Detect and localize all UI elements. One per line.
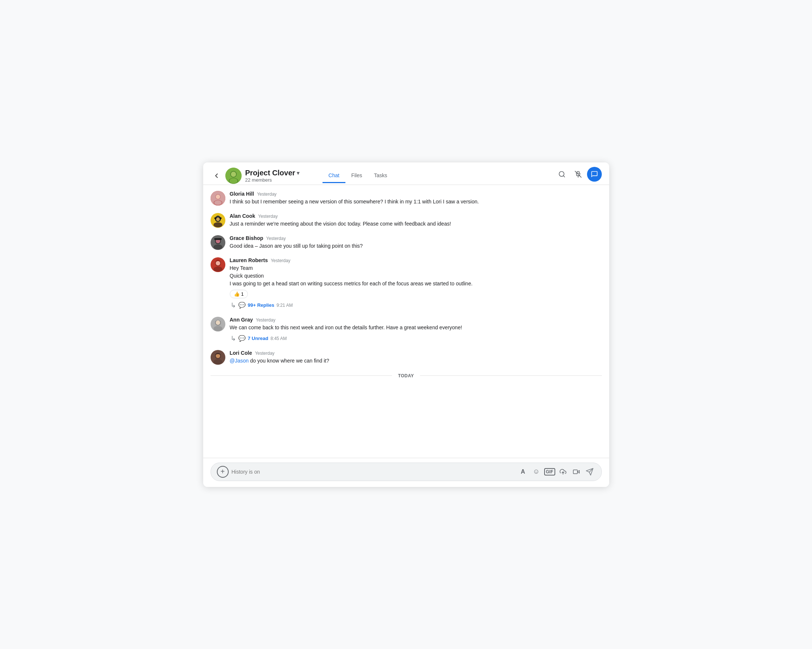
plus-icon: + xyxy=(221,468,225,476)
thread-curve-icon: ↳ xyxy=(230,301,236,309)
message-time: Yesterday xyxy=(266,236,286,241)
back-button[interactable] xyxy=(211,170,222,181)
send-button[interactable] xyxy=(584,466,595,478)
composer-box: + A ☺ GIF xyxy=(211,463,602,481)
message-author: Lori Cole xyxy=(230,350,252,356)
message-header: Gloria Hill Yesterday xyxy=(230,191,602,197)
group-name: Project Clover xyxy=(245,169,296,177)
svg-marker-38 xyxy=(577,470,579,473)
svg-point-11 xyxy=(216,195,220,199)
text-format-button[interactable]: A xyxy=(517,466,529,478)
composer-actions: A ☺ GIF xyxy=(517,466,595,478)
message-header: Grace Bishop Yesterday xyxy=(230,235,602,241)
emoji-icon: ☺ xyxy=(533,468,539,475)
message-line-3: I was going to get a head start on writi… xyxy=(230,280,602,288)
message-line-2: Quick question xyxy=(230,272,602,280)
message-content: Alan Cook Yesterday Just a reminder we'r… xyxy=(230,213,602,228)
message-author: Alan Cook xyxy=(230,213,255,219)
messages-area[interactable]: Gloria Hill Yesterday I think so but I r… xyxy=(203,185,609,458)
header-left: Project Clover ▾ 22 members Chat Files T… xyxy=(211,168,554,184)
svg-point-4 xyxy=(229,178,238,183)
reaction-thumbsup[interactable]: 👍 1 xyxy=(230,290,248,298)
thread-curve-icon: ↳ xyxy=(230,334,236,343)
svg-point-18 xyxy=(216,218,220,221)
avatar xyxy=(211,317,225,332)
thread-reply-time: 9:21 AM xyxy=(276,303,293,308)
svg-point-28 xyxy=(214,267,222,272)
tab-chat[interactable]: Chat xyxy=(322,169,345,183)
date-separator-label: TODAY xyxy=(392,373,420,378)
video-icon xyxy=(573,468,580,475)
avatar xyxy=(211,350,225,365)
table-row: Ann Gray Yesterday We can come back to t… xyxy=(211,317,602,343)
message-time: Yesterday xyxy=(255,351,275,356)
chat-button[interactable] xyxy=(587,167,602,181)
reaction-emoji: 👍 xyxy=(234,291,240,297)
message-time: Yesterday xyxy=(258,214,278,219)
tab-files[interactable]: Files xyxy=(345,169,368,183)
add-attachment-button[interactable]: + xyxy=(217,466,229,478)
mention: @Jason xyxy=(230,358,249,364)
svg-point-32 xyxy=(214,326,222,331)
thread-reply-unread[interactable]: ↳ 💬 7 Unread 8:45 AM xyxy=(230,334,602,343)
header-title-block: Project Clover ▾ 22 members xyxy=(245,169,300,183)
message-content: Ann Gray Yesterday We can come back to t… xyxy=(230,317,602,343)
app-window: Project Clover ▾ 22 members Chat Files T… xyxy=(203,162,609,487)
unpin-button[interactable] xyxy=(571,167,586,181)
table-row: Gloria Hill Yesterday I think so but I r… xyxy=(211,191,602,206)
message-text: @Jason do you know where we can find it? xyxy=(230,357,602,365)
upload-button[interactable] xyxy=(557,466,569,478)
header-actions xyxy=(554,167,602,181)
message-input[interactable] xyxy=(232,469,514,475)
avatar xyxy=(211,257,225,272)
avatar xyxy=(211,213,225,228)
message-text: Just a reminder we're meeting about the … xyxy=(230,220,602,228)
date-separator: TODAY xyxy=(211,372,602,379)
gif-button[interactable]: GIF xyxy=(544,466,556,478)
thread-reply-text[interactable]: 99+ Replies xyxy=(248,302,275,308)
thread-chat-icon: 💬 xyxy=(238,335,246,342)
video-button[interactable] xyxy=(570,466,582,478)
message-header: Lori Cole Yesterday xyxy=(230,350,602,356)
message-header: Alan Cook Yesterday xyxy=(230,213,602,219)
table-row: Grace Bishop Yesterday Good idea – Jason… xyxy=(211,235,602,250)
members-count: 22 members xyxy=(245,177,300,183)
tab-tasks[interactable]: Tasks xyxy=(368,169,393,183)
table-row: Lori Cole Yesterday @Jason do you know w… xyxy=(211,350,602,365)
message-text: I think so but I remember seeing a new v… xyxy=(230,198,602,206)
thread-reply-time: 8:45 AM xyxy=(270,336,287,341)
table-row: Lauren Roberts Yesterday Hey Team Quick … xyxy=(211,257,602,309)
group-avatar xyxy=(225,168,242,184)
message-line-1: Hey Team xyxy=(230,264,602,272)
message-author: Lauren Roberts xyxy=(230,257,268,263)
text-format-icon: A xyxy=(521,468,525,475)
message-text: Good idea – Jason are you still up for t… xyxy=(230,242,602,250)
svg-point-27 xyxy=(216,261,220,265)
message-header: Lauren Roberts Yesterday xyxy=(230,257,602,263)
table-row: Alan Cook Yesterday Just a reminder we'r… xyxy=(211,213,602,228)
header-title-row: Project Clover ▾ xyxy=(245,169,300,177)
svg-point-24 xyxy=(214,244,222,250)
send-icon xyxy=(586,468,594,476)
emoji-button[interactable]: ☺ xyxy=(531,466,542,478)
nav-tabs: Chat Files Tasks xyxy=(322,169,393,183)
message-text: We can come back to this next week and i… xyxy=(230,324,602,332)
svg-point-36 xyxy=(214,359,222,364)
message-author: Grace Bishop xyxy=(230,235,263,241)
message-time: Yesterday xyxy=(257,192,277,197)
dropdown-arrow-icon[interactable]: ▾ xyxy=(297,169,300,177)
message-time: Yesterday xyxy=(256,317,276,323)
reaction-count: 1 xyxy=(241,291,244,297)
svg-rect-23 xyxy=(214,238,222,240)
svg-point-31 xyxy=(216,320,220,325)
svg-line-6 xyxy=(563,175,565,177)
thread-reply[interactable]: ↳ 💬 99+ Replies 9:21 AM xyxy=(230,301,602,309)
gif-icon: GIF xyxy=(544,468,555,475)
header: Project Clover ▾ 22 members Chat Files T… xyxy=(203,162,609,185)
upload-icon xyxy=(560,468,566,475)
message-author: Ann Gray xyxy=(230,317,253,323)
search-button[interactable] xyxy=(554,167,569,181)
svg-point-19 xyxy=(214,222,222,227)
message-author: Gloria Hill xyxy=(230,191,254,197)
thread-unread-text[interactable]: 7 Unread xyxy=(248,335,269,341)
